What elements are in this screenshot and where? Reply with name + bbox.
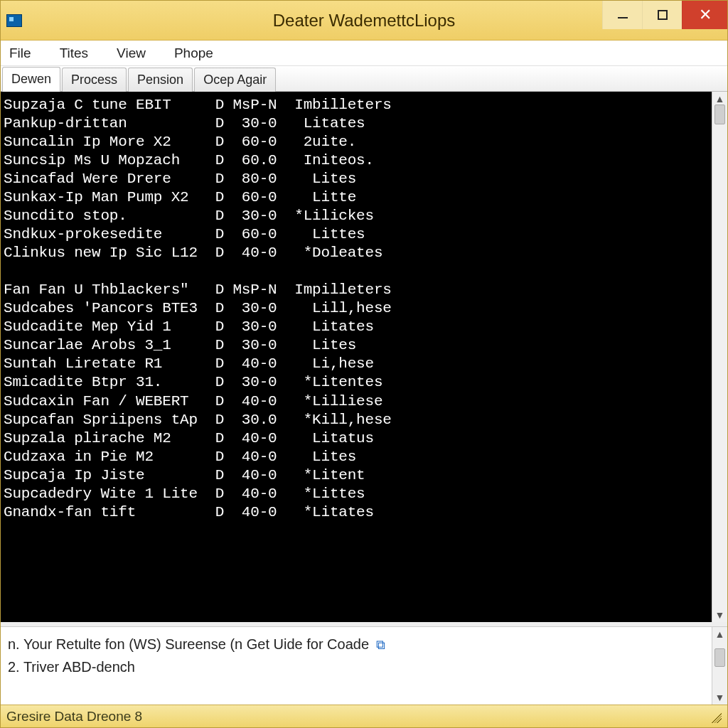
minimize-icon (618, 17, 628, 18)
tab-pension[interactable]: Pension (128, 68, 193, 92)
bottom-scroll-down-icon[interactable]: ▼ (715, 692, 725, 703)
statusbar: Gresire Data Dreone 8 (1, 705, 727, 727)
bottom-line-2: 2. Triver ABD-dench (8, 655, 705, 678)
menu-file[interactable]: File (5, 43, 36, 64)
tab-ocepagair[interactable]: Ocep Agair (194, 68, 276, 92)
window-title: Deater WademettcLiops (273, 11, 456, 31)
scroll-thumb[interactable] (714, 105, 725, 124)
bottom-panel[interactable]: n. Your Retulte fon (WS) Sureense (n Get… (1, 627, 712, 705)
bottom-scroll-up-icon[interactable]: ▲ (715, 628, 725, 640)
menu-view[interactable]: View (112, 43, 150, 64)
scroll-track[interactable] (712, 105, 727, 609)
tabbar: Dewen Process Pension Ocep Agair (1, 66, 727, 92)
tab-dewen[interactable]: Dewen (2, 67, 60, 92)
scroll-up-icon[interactable]: ▲ (715, 93, 725, 105)
app-icon (6, 14, 22, 27)
window-controls: ✕ (602, 1, 727, 29)
app-window: Deater WademettcLiops ✕ File Tites View … (0, 0, 728, 728)
menu-tites[interactable]: Tites (55, 43, 92, 64)
menu-phope[interactable]: Phope (170, 43, 218, 64)
menubar: File Tites View Phope (1, 41, 727, 66)
terminal-wrap: Supzaja C tune EBIT D MsP-N Imbilleters … (1, 92, 727, 626)
bottom-line-1-text: n. Your Retulte fon (WS) Sureense (n Get… (8, 636, 369, 652)
status-text: Gresire Data Dreone 8 (6, 709, 142, 724)
bottom-scroll-thumb[interactable] (714, 648, 725, 667)
resize-grip-icon[interactable] (709, 710, 722, 723)
maximize-button[interactable] (642, 1, 682, 29)
minimize-button[interactable] (602, 1, 642, 29)
close-icon: ✕ (699, 7, 712, 23)
tab-process[interactable]: Process (62, 68, 127, 92)
terminal-output[interactable]: Supzaja C tune EBIT D MsP-N Imbilleters … (1, 92, 712, 622)
bottom-line-1: n. Your Retulte fon (WS) Sureense (n Get… (8, 633, 705, 655)
terminal-scrollbar[interactable]: ▲ ▼ (712, 92, 727, 622)
bottom-scroll-track[interactable] (712, 640, 727, 692)
maximize-icon (658, 10, 668, 20)
titlebar[interactable]: Deater WademettcLiops ✕ (1, 1, 727, 41)
bottom-scrollbar[interactable]: ▲ ▼ (712, 627, 727, 705)
content-area: Supzaja C tune EBIT D MsP-N Imbilleters … (1, 92, 727, 705)
close-button[interactable]: ✕ (682, 1, 727, 29)
bottom-panel-wrap: n. Your Retulte fon (WS) Sureense (n Get… (1, 626, 727, 705)
external-link-icon[interactable]: ⧉ (376, 638, 385, 652)
scroll-down-icon[interactable]: ▼ (715, 609, 725, 621)
